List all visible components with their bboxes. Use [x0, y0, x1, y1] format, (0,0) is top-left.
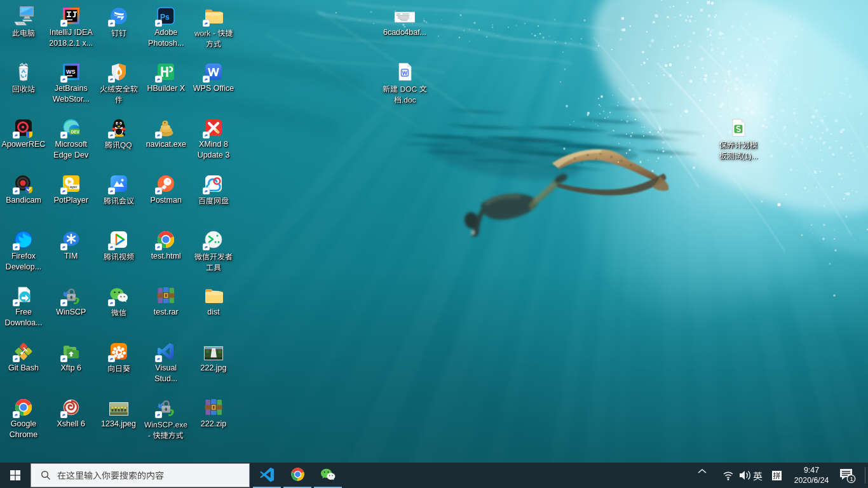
- svg-text:DEV: DEV: [71, 130, 79, 134]
- svg-text:1: 1: [850, 475, 853, 482]
- svg-text:WS: WS: [66, 69, 76, 75]
- svg-text:ayer: ayer: [70, 185, 78, 189]
